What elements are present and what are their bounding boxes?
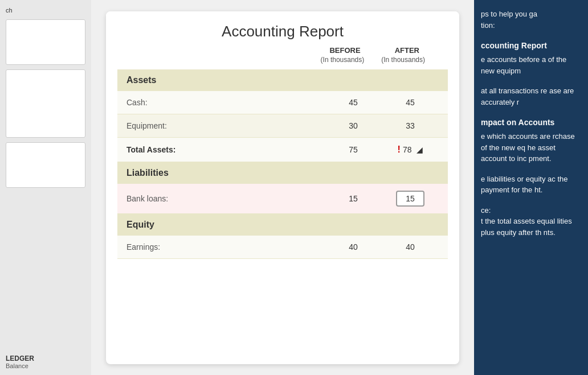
- row-bank-loans-label: Bank loans:: [126, 194, 325, 203]
- col-after-label: AFTER: [395, 46, 419, 55]
- row-cash: Cash: 45 45: [117, 91, 448, 114]
- section-assets-header: Assets: [117, 69, 448, 91]
- right-panel-text1: e accounts before a of the new equipm: [481, 54, 581, 76]
- main-content: Accounting Report BEFORE AFTER (In thous…: [91, 0, 474, 375]
- row-earnings-label: Earnings:: [126, 242, 325, 252]
- row-cash-label: Cash:: [126, 98, 325, 107]
- report-body: Assets Cash: 45 45 Equipment: 30 33 Tota…: [106, 69, 459, 270]
- right-panel-heading3: mpact on Accounts: [481, 117, 581, 129]
- row-equipment-after: 33: [382, 121, 439, 130]
- row-earnings-before: 40: [325, 242, 382, 252]
- warning-icon: !: [398, 145, 401, 154]
- right-panel-section5: ce: t the total assets equal lities plus…: [481, 205, 581, 238]
- row-total-assets: Total Assets: 75 !78 ◢: [117, 138, 448, 162]
- report-container: Accounting Report BEFORE AFTER (In thous…: [106, 11, 459, 364]
- row-equipment-label: Equipment:: [126, 121, 325, 130]
- row-total-assets-label: Total Assets:: [126, 145, 325, 154]
- sidebar-box-2: [6, 69, 85, 138]
- right-panel-intro: ps to help you ga tion:: [481, 9, 581, 31]
- row-cash-after: 45: [382, 98, 439, 107]
- right-panel-label5: ce:: [481, 205, 581, 216]
- section-equity-header: Equity: [117, 214, 448, 236]
- report-header: Accounting Report BEFORE AFTER (In thous…: [106, 11, 459, 69]
- right-panel-section3: mpact on Accounts e which accounts are r…: [481, 117, 581, 164]
- section-liabilities-header: Liabilities: [117, 162, 448, 184]
- sidebar-box-1: [6, 19, 85, 65]
- sidebar-label-ch: ch: [6, 6, 85, 15]
- row-total-assets-before: 75: [325, 145, 382, 154]
- left-sidebar: ch LEDGER Balance: [0, 0, 91, 375]
- row-equipment: Equipment: 30 33: [117, 114, 448, 138]
- right-panel-content: ps to help you ga tion: ccounting Report…: [481, 9, 581, 238]
- report-title: Accounting Report: [123, 23, 442, 40]
- ledger-label: LEDGER: [6, 350, 85, 362]
- right-panel-section4: e liabilities or equity ac the payment f…: [481, 174, 581, 196]
- row-bank-loans: Bank loans: 15 15: [117, 184, 448, 214]
- row-equipment-before: 30: [325, 121, 382, 130]
- report-col-sub: (In thousands) (In thousands): [123, 56, 442, 64]
- right-panel-text3: e which accounts are rchase of the new e…: [481, 131, 581, 164]
- right-panel-section1: ccounting Report e accounts before a of …: [481, 40, 581, 76]
- row-cash-before: 45: [325, 98, 382, 107]
- right-panel-text4: e liabilities or equity ac the payment f…: [481, 174, 581, 196]
- row-earnings-after: 40: [382, 242, 439, 252]
- sidebar-box-3: [6, 142, 85, 188]
- ledger-sub: Balance: [6, 362, 85, 369]
- right-panel: ps to help you ga tion: ccounting Report…: [474, 0, 588, 375]
- col-before-sub: (In thousands): [321, 56, 365, 64]
- row-bank-loans-before: 15: [325, 194, 382, 203]
- right-panel-text5: t the total assets equal lities plus equ…: [481, 216, 581, 238]
- col-after-sub: (In thousands): [381, 56, 425, 64]
- row-earnings: Earnings: 40 40: [117, 236, 448, 259]
- right-panel-section2: at all transactions re ase are accuratel…: [481, 85, 581, 108]
- bank-loans-highlighted-cell[interactable]: 15: [396, 191, 424, 207]
- row-bank-loans-after: 15: [382, 191, 439, 207]
- report-col-headers: BEFORE AFTER: [123, 46, 442, 55]
- right-panel-text2: at all transactions re ase are accuratel…: [481, 85, 581, 108]
- col-before-label: BEFORE: [329, 46, 360, 55]
- row-total-assets-after: !78 ◢: [382, 145, 439, 155]
- cursor-indicator: ◢: [416, 145, 423, 154]
- right-panel-heading1: ccounting Report: [481, 40, 581, 52]
